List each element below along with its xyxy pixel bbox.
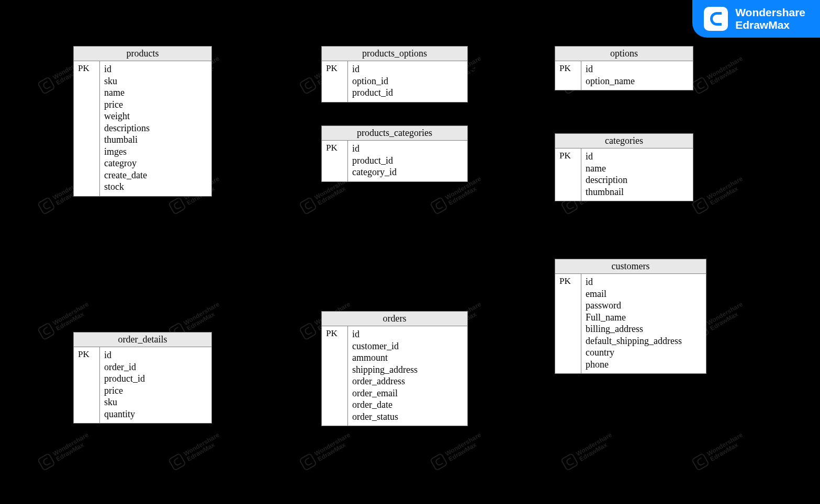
watermark: WondershareEdrawMax <box>299 431 355 472</box>
pk-label: PK <box>74 61 100 196</box>
svg-line-11 <box>314 149 321 154</box>
diagram-canvas: WondershareEdrawMax WondershareEdrawMax … <box>0 0 820 504</box>
entity-attrs: id name description thumbnail <box>581 148 693 201</box>
entity-attrs: id sku name price weight descriptions th… <box>100 61 211 196</box>
watermark: WondershareEdrawMax <box>691 55 747 95</box>
edrawmax-logo-icon <box>704 7 728 31</box>
entity-options[interactable]: options PK id option_name <box>555 46 693 90</box>
pk-label: PK <box>74 347 100 423</box>
entity-customers[interactable]: customers PK id email password Full_name… <box>555 259 706 374</box>
svg-line-6 <box>468 70 475 75</box>
entity-title: order_details <box>74 333 211 347</box>
entity-title: categories <box>555 134 693 148</box>
entity-title: products <box>74 47 211 61</box>
entity-title: products_categories <box>322 126 467 141</box>
watermark: WondershareEdrawMax <box>560 431 616 472</box>
badge-line2: EdrawMax <box>735 19 805 31</box>
entity-products-options[interactable]: products_options PK id option_id product… <box>321 46 468 102</box>
entity-title: options <box>555 47 693 61</box>
entity-attrs: id option_name <box>581 61 693 90</box>
pk-label: PK <box>555 274 581 373</box>
entity-order-details[interactable]: order_details PK id order_id product_id … <box>73 332 212 423</box>
entity-attrs: id option_id product_id <box>348 61 467 102</box>
watermark: WondershareEdrawMax <box>691 431 747 472</box>
wondershare-badge: Wondershare EdrawMax <box>692 0 820 38</box>
entity-products-categories[interactable]: products_categories PK id product_id cat… <box>321 125 468 182</box>
entity-title: products_options <box>322 47 467 61</box>
entity-attrs: id customer_id ammount shipping_address … <box>348 326 467 426</box>
entity-orders[interactable]: orders PK id customer_id ammount shippin… <box>321 311 468 426</box>
entity-products[interactable]: products PK id sku name price weight des… <box>73 46 212 197</box>
entity-attrs: id product_id category_id <box>348 141 467 181</box>
entity-title: orders <box>322 312 467 326</box>
pk-label: PK <box>322 326 348 426</box>
svg-line-14 <box>468 149 475 154</box>
svg-line-18 <box>138 325 143 332</box>
svg-line-25 <box>468 329 475 335</box>
entity-categories[interactable]: categories PK id name description thumbn… <box>555 133 693 201</box>
watermark: WondershareEdrawMax <box>430 431 486 472</box>
svg-line-21 <box>212 344 219 349</box>
entity-attrs: id order_id product_id price sku quantit… <box>100 347 211 423</box>
pk-label: PK <box>322 141 348 181</box>
entity-title: customers <box>555 259 706 274</box>
watermark: WondershareEdrawMax <box>37 431 93 472</box>
watermark: WondershareEdrawMax <box>691 175 747 215</box>
svg-line-2 <box>314 64 321 70</box>
svg-line-10 <box>314 144 321 149</box>
pk-label: PK <box>322 61 348 102</box>
watermark: WondershareEdrawMax <box>168 431 224 472</box>
svg-line-26 <box>468 335 475 340</box>
svg-line-3 <box>314 70 321 75</box>
entity-attrs: id email password Full_name billing_addr… <box>581 274 706 373</box>
svg-line-19 <box>143 325 148 332</box>
pk-label: PK <box>555 61 581 90</box>
pk-label: PK <box>555 148 581 201</box>
svg-line-5 <box>468 64 475 70</box>
svg-line-13 <box>468 144 475 149</box>
svg-line-22 <box>212 349 219 354</box>
badge-line1: Wondershare <box>735 6 805 19</box>
